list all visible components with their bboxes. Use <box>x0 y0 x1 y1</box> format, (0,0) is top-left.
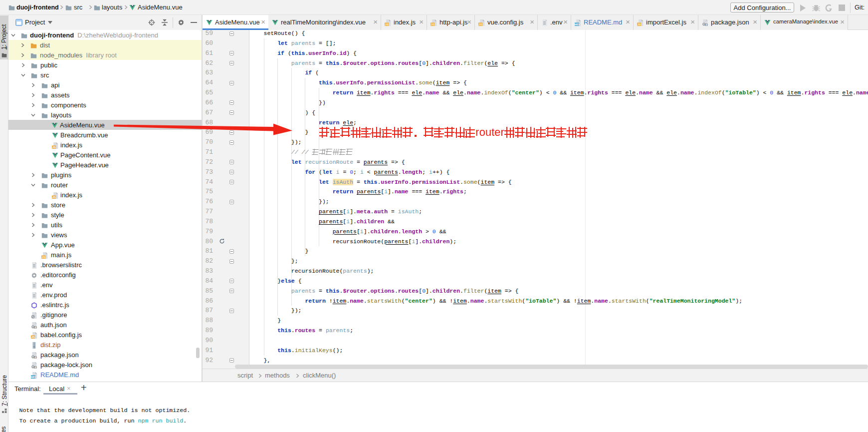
svg-text:{}: {} <box>34 326 37 329</box>
svg-text:MD: MD <box>31 375 36 378</box>
svg-text:{}: {} <box>34 356 37 359</box>
svg-text:JS: JS <box>431 22 434 26</box>
svg-text:{}: {} <box>34 366 37 369</box>
svg-text:JS: JS <box>478 22 482 26</box>
svg-text:JS: JS <box>52 195 55 198</box>
svg-text:JS: JS <box>31 335 34 338</box>
svg-text:{}: {} <box>705 23 708 26</box>
svg-text:MD: MD <box>575 22 580 26</box>
svg-text:JS: JS <box>637 22 641 26</box>
svg-text:JS: JS <box>41 255 45 258</box>
svg-text:JS: JS <box>385 22 388 26</box>
svg-text:JS: JS <box>52 145 55 148</box>
